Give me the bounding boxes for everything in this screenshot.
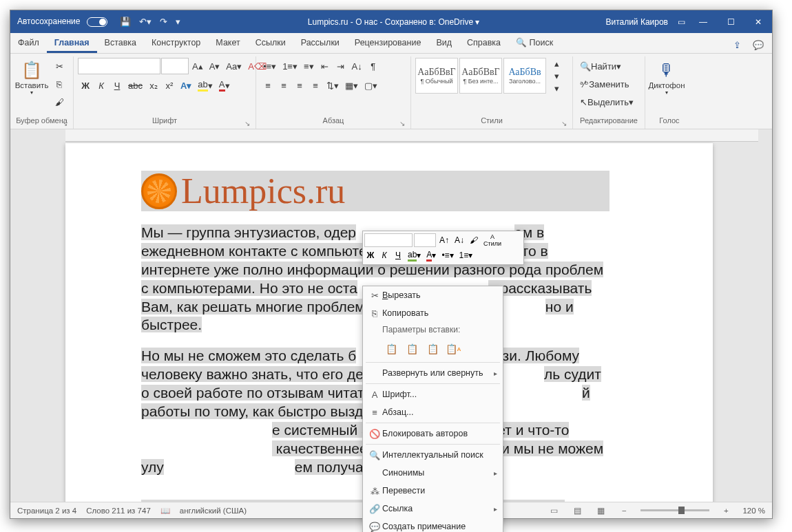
ctx-paragraph[interactable]: ≡Абзац... [363,403,503,421]
ribbon-display-icon[interactable]: ▭ [678,17,685,27]
tab-review[interactable]: Рецензирование [347,32,429,53]
web-layout-icon[interactable]: ▦ [594,506,607,515]
paste-button[interactable]: 📋 Вставить ▾ [14,58,49,98]
comments-button[interactable]: 💬 [750,36,767,53]
align-left-button[interactable]: ≡ [260,77,275,94]
subscript-button[interactable]: x₂ [146,77,161,94]
ctx-cut[interactable]: ✂ВВырезатьырезать [363,286,503,304]
font-color-button[interactable]: A▾ [216,77,233,94]
font-launcher-icon[interactable]: ↘ [244,120,250,127]
ctx-font[interactable]: AШрифт... [363,385,503,403]
multilevel-button[interactable]: ≡▾ [301,58,317,74]
ctx-translate[interactable]: ⁂Перевести [363,482,503,500]
ctx-link[interactable]: 🔗Ссылка▸ [363,500,503,518]
zoom-slider[interactable] [640,509,709,511]
mini-italic[interactable]: К [378,248,390,262]
mini-styles[interactable]: AСтили [481,233,503,247]
autosave-toggle[interactable]: Автосохранение [10,17,114,27]
styles-gallery[interactable]: АаБбВвГ¶ Обычный АаБбВвГ¶ Без инте... Аа… [415,58,546,94]
mini-font-size[interactable] [414,233,436,247]
superscript-button[interactable]: x² [162,77,177,94]
tab-mailings[interactable]: Рассылки [293,32,347,53]
tab-home[interactable]: Главная [47,32,97,53]
italic-button[interactable]: К [94,77,109,94]
tab-view[interactable]: Вид [428,32,459,53]
style-normal[interactable]: АаБбВвГ¶ Обычный [415,58,458,94]
share-button[interactable]: ⇪ [729,36,744,53]
ctx-new-comment[interactable]: 💬Создать примечание [363,518,503,532]
sort-button[interactable]: A↓ [349,58,365,74]
ctx-synonyms[interactable]: Синонимы▸ [363,464,503,482]
clipboard-launcher-icon[interactable]: ↘ [62,120,67,127]
highlight-button[interactable]: ab▾ [195,77,215,94]
tab-layout[interactable]: Макет [208,32,247,53]
zoom-out-button[interactable]: − [617,507,631,515]
close-button[interactable]: ✕ [744,10,772,33]
logo-heading[interactable]: Lumpics.ru [141,171,609,211]
mini-grow-font[interactable]: A↑ [437,233,451,247]
ctx-copy[interactable]: ⎘Копировать [363,304,503,322]
ctx-smart-lookup[interactable]: 🔍Интеллектуальный поиск [363,446,503,464]
dictate-button[interactable]: 🎙 Диктофон ▾ [649,58,684,98]
line-spacing-button[interactable]: ⇅▾ [324,77,342,94]
find-button[interactable]: 🔍 Найти ▾ [577,58,640,74]
grow-font-button[interactable]: A▴ [189,58,206,74]
increase-indent-button[interactable]: ⇥ [333,58,348,74]
numbering-button[interactable]: 1≡▾ [280,58,300,74]
tab-insert[interactable]: Вставка [97,32,144,53]
align-center-button[interactable]: ≡ [276,77,291,94]
mini-underline[interactable]: Ч [392,248,404,262]
paste-keep-source[interactable]: 📋 [382,340,400,358]
mini-font-color[interactable]: A▾ [424,248,438,262]
align-right-button[interactable]: ≡ [292,77,307,94]
horizontal-ruler[interactable] [65,129,758,142]
paste-picture[interactable]: 📋 [424,340,441,358]
select-button[interactable]: ↖ Выделить ▾ [577,94,640,110]
change-case-button[interactable]: Aa▾ [223,58,244,74]
print-layout-icon[interactable]: ▤ [570,506,584,515]
styles-scroll-down[interactable]: ▾ [549,70,564,81]
bold-button[interactable]: Ж [78,77,93,94]
spellcheck-icon[interactable]: 📖 [160,506,170,515]
save-icon[interactable]: 💾 [120,17,131,27]
paste-merge[interactable]: 📋 [403,340,421,358]
zoom-in-button[interactable]: + [719,507,733,515]
justify-button[interactable]: ≡ [308,77,323,94]
qat-more-icon[interactable]: ▾ [176,17,180,27]
font-family-combo[interactable] [78,58,160,74]
language-indicator[interactable]: английский (США) [180,507,247,515]
styles-scroll-up[interactable]: ▴ [549,58,564,69]
tab-file[interactable]: Файл [10,32,47,53]
mini-bold[interactable]: Ж [364,248,377,262]
font-size-combo[interactable] [161,58,189,74]
text-effects-button[interactable]: A▾ [178,77,194,94]
paragraph-launcher-icon[interactable]: ↘ [399,120,405,127]
borders-button[interactable]: ▢▾ [362,77,380,94]
maximize-button[interactable]: ☐ [717,10,744,33]
tab-help[interactable]: Справка [459,32,508,53]
mini-bullets[interactable]: •≡▾ [439,248,455,262]
style-heading1[interactable]: АаБбВвЗаголово... [503,58,546,94]
tab-references[interactable]: Ссылки [248,32,293,53]
minimize-button[interactable]: — [689,10,717,33]
strike-button[interactable]: abc [125,77,145,94]
decrease-indent-button[interactable]: ⇤ [317,58,333,74]
shrink-font-button[interactable]: A▾ [207,58,223,74]
style-nospacing[interactable]: АаБбВвГ¶ Без инте... [459,58,502,94]
read-mode-icon[interactable]: ▭ [547,506,561,515]
bullets-button[interactable]: •≡▾ [260,58,279,74]
tab-design[interactable]: Конструктор [144,32,208,53]
redo-icon[interactable]: ↷ [160,17,167,27]
mini-font-family[interactable] [364,233,413,247]
underline-button[interactable]: Ч [110,77,125,94]
styles-more[interactable]: ▾ [549,83,564,94]
cut-button[interactable]: ✂ [52,58,67,74]
copy-button[interactable]: ⎘ [52,76,67,92]
replace-button[interactable]: ᵃ⁄ᵇ Заменить [577,76,640,92]
search-box[interactable]: 🔍 Поиск [508,32,561,53]
mini-format-painter[interactable]: 🖌 [468,233,480,247]
word-count[interactable]: Слово 211 из 747 [86,507,151,515]
mini-highlight[interactable]: ab▾ [406,248,423,262]
ctx-expand-collapse[interactable]: Развернуть или свернуть▸ [363,364,503,382]
undo-icon[interactable]: ↶▾ [139,17,152,27]
